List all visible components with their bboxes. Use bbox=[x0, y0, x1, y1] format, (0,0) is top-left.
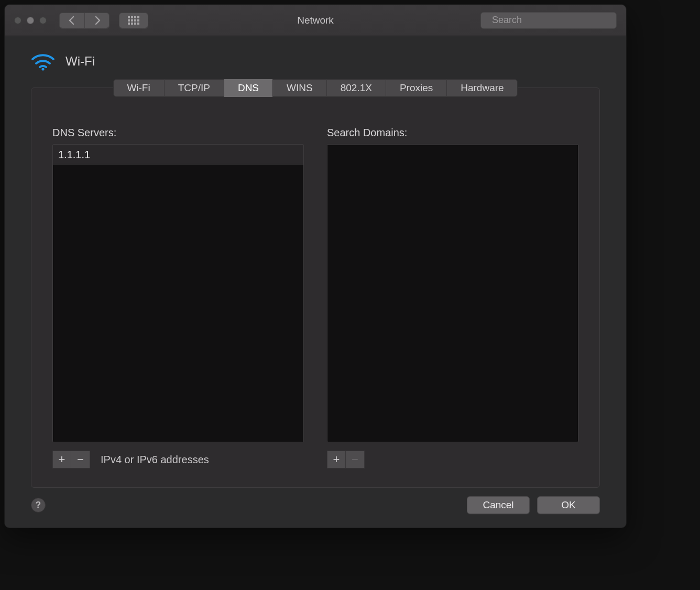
minimize-window-button[interactable] bbox=[27, 17, 34, 24]
svg-rect-0 bbox=[128, 16, 130, 18]
dns-servers-label: DNS Servers: bbox=[52, 127, 304, 139]
tab-dns[interactable]: DNS bbox=[224, 79, 272, 97]
search-domains-label: Search Domains: bbox=[327, 127, 578, 139]
chevron-right-icon bbox=[94, 16, 101, 25]
show-all-button[interactable] bbox=[119, 13, 148, 28]
dns-servers-column: DNS Servers: 1.1.1.1 + − IPv4 or IPv6 ad… bbox=[52, 127, 304, 468]
domains-add-button[interactable]: + bbox=[327, 451, 346, 468]
chevron-left-icon bbox=[69, 16, 75, 25]
dns-add-button[interactable]: + bbox=[52, 451, 71, 468]
zoom-window-button[interactable] bbox=[39, 17, 47, 24]
nav-back-button[interactable] bbox=[59, 13, 84, 28]
window-controls bbox=[14, 17, 47, 24]
tab-wins[interactable]: WINS bbox=[272, 79, 326, 97]
plus-icon: + bbox=[59, 453, 65, 466]
svg-rect-1 bbox=[131, 16, 133, 18]
tab-bar: Wi-FiTCP/IPDNSWINS802.1XProxiesHardware bbox=[113, 79, 517, 97]
tab-802-1x[interactable]: 802.1X bbox=[326, 79, 386, 97]
svg-rect-10 bbox=[134, 23, 136, 25]
titlebar: Network bbox=[5, 5, 626, 36]
dns-server-row[interactable]: 1.1.1.1 bbox=[53, 145, 303, 165]
svg-rect-8 bbox=[128, 23, 130, 25]
nav-forward-button[interactable] bbox=[84, 13, 110, 28]
domains-add-remove-group: + − bbox=[327, 451, 365, 468]
interface-name: Wi-Fi bbox=[65, 54, 95, 69]
help-icon: ? bbox=[36, 500, 41, 510]
svg-rect-9 bbox=[131, 23, 133, 25]
grid-icon bbox=[128, 16, 139, 25]
footer: ? Cancel OK bbox=[5, 488, 626, 528]
search-input[interactable] bbox=[492, 15, 614, 26]
svg-rect-5 bbox=[131, 19, 133, 21]
minus-icon: − bbox=[352, 453, 358, 466]
svg-rect-2 bbox=[134, 16, 136, 18]
tab-tcp-ip[interactable]: TCP/IP bbox=[164, 79, 224, 97]
wifi-icon bbox=[31, 52, 55, 71]
svg-rect-11 bbox=[137, 23, 139, 25]
svg-rect-6 bbox=[134, 19, 136, 21]
cancel-button[interactable]: Cancel bbox=[467, 496, 530, 514]
dns-panel: DNS Servers: 1.1.1.1 + − IPv4 or IPv6 ad… bbox=[31, 88, 600, 488]
dns-servers-list[interactable]: 1.1.1.1 bbox=[52, 144, 304, 442]
search-domains-column: Search Domains: + − bbox=[327, 127, 578, 468]
tab-proxies[interactable]: Proxies bbox=[386, 79, 446, 97]
dns-add-remove-group: + − bbox=[52, 451, 90, 468]
svg-rect-4 bbox=[128, 19, 130, 21]
search-field[interactable] bbox=[480, 12, 617, 29]
interface-header: Wi-Fi bbox=[5, 36, 626, 76]
network-preferences-window: Network Wi-Fi Wi-FiTCP/IPDNSWINS802.1XPr… bbox=[4, 4, 627, 528]
tab-wi-fi[interactable]: Wi-Fi bbox=[113, 79, 163, 97]
svg-point-14 bbox=[41, 68, 44, 70]
domains-remove-button[interactable]: − bbox=[346, 451, 365, 468]
svg-rect-7 bbox=[137, 19, 139, 21]
plus-icon: + bbox=[333, 453, 340, 466]
help-button[interactable]: ? bbox=[31, 498, 46, 512]
minus-icon: − bbox=[77, 453, 84, 466]
nav-back-forward bbox=[59, 13, 110, 28]
dns-hint: IPv4 or IPv6 addresses bbox=[101, 454, 209, 466]
close-window-button[interactable] bbox=[14, 17, 21, 24]
svg-rect-3 bbox=[137, 16, 139, 18]
ok-button[interactable]: OK bbox=[537, 496, 600, 514]
dns-remove-button[interactable]: − bbox=[71, 451, 90, 468]
search-domains-list[interactable] bbox=[327, 144, 578, 442]
tab-hardware[interactable]: Hardware bbox=[446, 79, 517, 97]
